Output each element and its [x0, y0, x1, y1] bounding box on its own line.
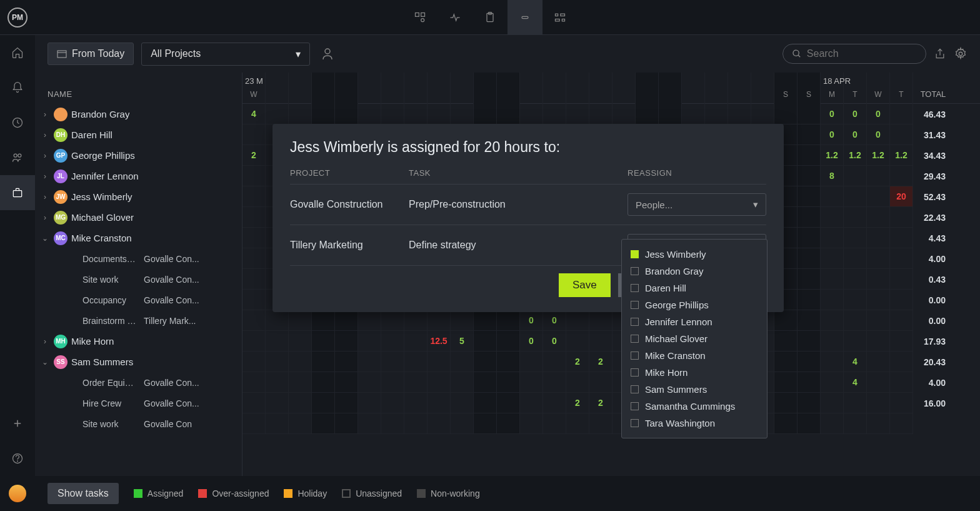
timeline-cell[interactable]	[867, 331, 890, 352]
timeline-cell[interactable]	[589, 413, 612, 434]
person-row[interactable]: ⌄MCMike Cranston	[35, 228, 242, 248]
timeline-cell[interactable]	[612, 104, 636, 124]
timeline-cell[interactable]	[358, 331, 381, 352]
timeline-cell[interactable]	[867, 166, 890, 186]
timeline-cell[interactable]: 0	[821, 124, 844, 145]
timeline-cell[interactable]	[520, 393, 543, 413]
timeline-cell[interactable]	[451, 393, 474, 413]
timeline-cell[interactable]	[266, 372, 289, 393]
timeline-cell[interactable]: 4	[844, 352, 867, 372]
person-row[interactable]: ›MHMike Horn	[35, 331, 242, 352]
timeline-cell[interactable]	[428, 352, 451, 372]
timeline-cell[interactable]	[543, 372, 566, 393]
timeline-cell[interactable]	[289, 372, 312, 393]
timeline-cell[interactable]	[821, 310, 844, 331]
timeline-cell[interactable]	[844, 269, 867, 290]
timeline-cell[interactable]	[821, 228, 844, 248]
dropdown-item[interactable]: Mike Cranston	[622, 347, 767, 364]
flow-icon[interactable]	[542, 0, 578, 35]
link-icon[interactable]	[508, 0, 542, 35]
checkbox[interactable]	[631, 385, 639, 393]
chevron-right-icon[interactable]: ›	[40, 192, 50, 202]
timeline-cell[interactable]	[312, 310, 335, 331]
timeline-cell[interactable]	[474, 352, 497, 372]
task-row[interactable]: OccupancyGovalle Con...	[35, 290, 242, 310]
checkbox[interactable]	[631, 301, 639, 309]
timeline-cell[interactable]	[890, 248, 913, 269]
timeline-cell[interactable]	[266, 104, 289, 124]
timeline-cell[interactable]	[358, 310, 381, 331]
task-row[interactable]: Brainstorm I...Tillery Mark...	[35, 310, 242, 331]
timeline-cell[interactable]: 1.2	[890, 145, 913, 166]
timeline-cell[interactable]	[844, 393, 867, 413]
task-row[interactable]: Site workGovalle Con...	[35, 269, 242, 290]
timeline-cell[interactable]	[890, 166, 913, 186]
timeline-cell[interactable]	[774, 352, 798, 372]
timeline-cell[interactable]	[798, 331, 821, 352]
from-today-button[interactable]: From Today	[48, 43, 134, 65]
timeline-cell[interactable]: 1.2	[867, 145, 890, 166]
timeline-cell[interactable]	[381, 310, 404, 331]
timeline-cell[interactable]	[774, 331, 798, 352]
timeline-cell[interactable]	[844, 228, 867, 248]
checkbox[interactable]	[631, 284, 639, 292]
timeline-cell[interactable]	[404, 104, 428, 124]
timeline-cell[interactable]	[289, 104, 312, 124]
logo[interactable]: PM	[0, 0, 35, 35]
person-row[interactable]: ›MGMichael Glover	[35, 207, 242, 228]
timeline-cell[interactable]	[890, 104, 913, 124]
timeline-cell[interactable]	[798, 352, 821, 372]
chevron-right-icon[interactable]: ›	[40, 171, 50, 181]
timeline-cell[interactable]	[289, 310, 312, 331]
timeline-cell[interactable]	[451, 104, 474, 124]
timeline-cell[interactable]	[867, 290, 890, 310]
timeline-cell[interactable]	[890, 290, 913, 310]
timeline-cell[interactable]	[497, 413, 520, 434]
timeline-cell[interactable]	[474, 372, 497, 393]
timeline-cell[interactable]: 20	[890, 186, 913, 207]
timeline-cell[interactable]	[890, 352, 913, 372]
timeline-cell[interactable]	[474, 104, 497, 124]
person-row[interactable]: ›GPGeorge Phillips	[35, 145, 242, 166]
timeline-cell[interactable]	[242, 248, 266, 269]
timeline-cell[interactable]	[798, 186, 821, 207]
timeline-cell[interactable]	[844, 248, 867, 269]
timeline-cell[interactable]: 0	[844, 104, 867, 124]
activity-icon[interactable]	[438, 0, 472, 35]
timeline-cell[interactable]	[867, 248, 890, 269]
timeline-cell[interactable]: 0	[520, 331, 543, 352]
dropdown-item[interactable]: Tara Washington	[622, 415, 767, 432]
plus-icon[interactable]	[0, 406, 35, 441]
timeline-cell[interactable]	[428, 413, 451, 434]
timeline-cell[interactable]	[798, 104, 821, 124]
timeline-cell[interactable]	[543, 104, 566, 124]
timeline-cell[interactable]	[474, 310, 497, 331]
timeline-cell[interactable]	[335, 331, 358, 352]
timeline-cell[interactable]	[890, 269, 913, 290]
clock-icon[interactable]	[0, 105, 35, 140]
dropdown-item[interactable]: Jennifer Lennon	[622, 313, 767, 330]
timeline-cell[interactable]: 2	[589, 393, 612, 413]
timeline-cell[interactable]	[428, 104, 451, 124]
timeline-cell[interactable]: 0	[543, 331, 566, 352]
timeline-cell[interactable]	[289, 393, 312, 413]
task-row[interactable]: Hire CrewGovalle Con...	[35, 393, 242, 413]
timeline-cell[interactable]	[798, 248, 821, 269]
task-row[interactable]: Order Equip...Govalle Con...	[35, 372, 242, 393]
dropdown-item[interactable]: Samantha Cummings	[622, 398, 767, 415]
timeline-cell[interactable]: 0	[867, 124, 890, 145]
timeline-cell[interactable]	[774, 104, 798, 124]
timeline-cell[interactable]	[520, 372, 543, 393]
timeline-cell[interactable]	[798, 124, 821, 145]
checkbox[interactable]	[631, 402, 639, 410]
timeline-cell[interactable]	[497, 372, 520, 393]
timeline-cell[interactable]	[381, 331, 404, 352]
timeline-cell[interactable]	[566, 372, 589, 393]
timeline-cell[interactable]	[890, 372, 913, 393]
timeline-cell[interactable]	[335, 352, 358, 372]
timeline-cell[interactable]: 1.2	[844, 145, 867, 166]
timeline-cell[interactable]	[774, 372, 798, 393]
timeline-cell[interactable]	[358, 413, 381, 434]
timeline-cell[interactable]	[867, 393, 890, 413]
timeline-cell[interactable]: 5	[451, 331, 474, 352]
